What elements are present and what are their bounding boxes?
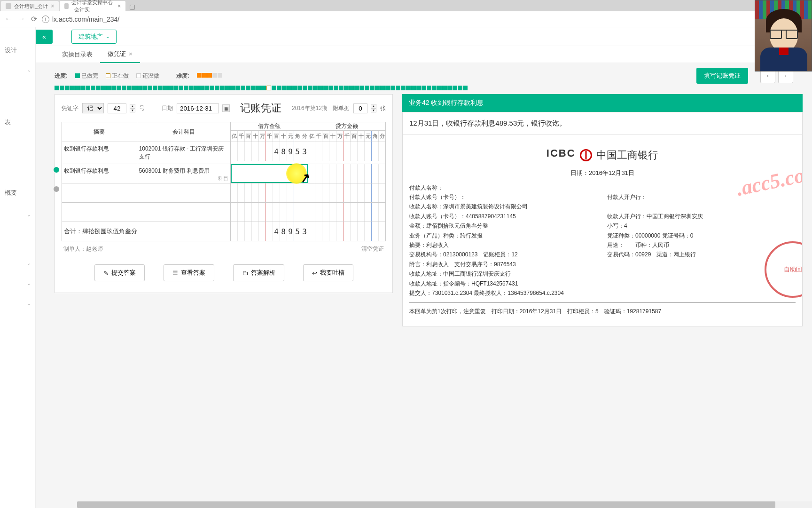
- progress-cell[interactable]: [251, 86, 256, 90]
- debit-cell[interactable]: [231, 203, 308, 222]
- sidebar-item[interactable]: ⌄: [0, 294, 35, 314]
- progress-cell[interactable]: [168, 86, 173, 90]
- progress-cell[interactable]: [60, 86, 64, 90]
- progress-cell[interactable]: [308, 86, 312, 90]
- credit-cell[interactable]: [308, 164, 386, 183]
- progress-cell[interactable]: [179, 86, 183, 90]
- submit-button[interactable]: ✎提交答案: [94, 264, 145, 281]
- close-icon[interactable]: ×: [117, 3, 121, 9]
- new-tab-button[interactable]: ▢: [125, 2, 139, 11]
- num-spinner[interactable]: ▲▼: [130, 104, 135, 112]
- progress-cell[interactable]: [447, 86, 452, 90]
- progress-cell[interactable]: [411, 86, 416, 90]
- sidebar-item[interactable]: ⌄: [0, 205, 35, 225]
- browser-tab-2[interactable]: 会计学堂实操中心_会计实 ×: [60, 1, 125, 11]
- progress-cell[interactable]: [215, 86, 219, 90]
- clear-voucher-link[interactable]: 清空凭证: [361, 245, 384, 253]
- sidebar-item[interactable]: ⌄: [0, 253, 35, 273]
- progress-cell[interactable]: [396, 86, 400, 90]
- voucher-type-select[interactable]: 记: [82, 103, 104, 113]
- progress-cell[interactable]: [401, 86, 406, 90]
- credit-cell[interactable]: [308, 142, 386, 164]
- progress-cell[interactable]: [91, 86, 95, 90]
- reload-icon[interactable]: ⟳: [31, 15, 37, 24]
- progress-cell[interactable]: [194, 86, 199, 90]
- progress-cell[interactable]: [432, 86, 437, 90]
- progress-cell[interactable]: [75, 86, 80, 90]
- account-cell[interactable]: 5603001 财务费用-利息费用科目: [137, 164, 231, 183]
- account-cell[interactable]: [137, 203, 231, 222]
- progress-cell[interactable]: [55, 86, 59, 90]
- progress-cell[interactable]: [303, 86, 307, 90]
- progress-cell[interactable]: [416, 86, 421, 90]
- progress-cell[interactable]: [163, 86, 168, 90]
- progress-cell[interactable]: [344, 86, 349, 90]
- progress-cell[interactable]: [292, 86, 297, 90]
- progress-cell[interactable]: [220, 86, 225, 90]
- browser-tab-1[interactable]: 会计培训_会计 ×: [1, 1, 59, 11]
- progress-cell[interactable]: [122, 86, 126, 90]
- credit-cell[interactable]: [308, 183, 386, 203]
- progress-cell[interactable]: [349, 86, 354, 90]
- sidebar-item[interactable]: ⌃: [0, 62, 35, 82]
- progress-cell[interactable]: [266, 86, 271, 90]
- credit-cell[interactable]: [308, 203, 386, 222]
- progress-cell[interactable]: [323, 86, 328, 90]
- progress-cell[interactable]: [80, 86, 85, 90]
- voucher-num-input[interactable]: [108, 103, 126, 113]
- progress-cell[interactable]: [463, 86, 468, 90]
- sidebar-item-overview[interactable]: 概要: [0, 181, 35, 205]
- progress-cell[interactable]: [365, 86, 369, 90]
- explain-button[interactable]: 🗀答案解析: [233, 264, 284, 281]
- sidebar-item[interactable]: ⌄: [0, 273, 35, 294]
- account-cell[interactable]: [137, 183, 231, 203]
- progress-cell[interactable]: [297, 86, 302, 90]
- progress-cell[interactable]: [339, 86, 344, 90]
- progress-cell[interactable]: [375, 86, 380, 90]
- progress-cell[interactable]: [173, 86, 178, 90]
- progress-cell[interactable]: [328, 86, 333, 90]
- progress-cell[interactable]: [318, 86, 323, 90]
- debit-cell[interactable]: [231, 183, 308, 203]
- progress-cell[interactable]: [246, 86, 250, 90]
- progress-cell[interactable]: [142, 86, 147, 90]
- horizontal-scrollbar[interactable]: [77, 501, 812, 508]
- attach-input[interactable]: [353, 103, 367, 113]
- close-icon[interactable]: ×: [51, 3, 54, 9]
- fill-voucher-button[interactable]: 填写记账凭证: [696, 68, 748, 84]
- summary-cell[interactable]: [62, 203, 137, 222]
- progress-cell[interactable]: [117, 86, 121, 90]
- progress-cell[interactable]: [153, 86, 157, 90]
- progress-cell[interactable]: [132, 86, 137, 90]
- tab-catalog[interactable]: 实操目录表: [55, 47, 100, 63]
- progress-cell[interactable]: [111, 86, 116, 90]
- progress-cell[interactable]: [287, 86, 292, 90]
- sidebar-item[interactable]: 表: [0, 111, 35, 134]
- progress-cell[interactable]: [334, 86, 338, 90]
- progress-cell[interactable]: [65, 86, 70, 90]
- forward-icon[interactable]: →: [18, 15, 25, 24]
- progress-cell[interactable]: [354, 86, 359, 90]
- calendar-icon[interactable]: ▦: [222, 104, 230, 112]
- summary-cell[interactable]: 收到银行存款利息: [62, 142, 137, 164]
- progress-cell[interactable]: [189, 86, 194, 90]
- url-area[interactable]: i lx.acc5.com/main_234/: [42, 16, 807, 23]
- progress-cell[interactable]: [406, 86, 411, 90]
- progress-cell[interactable]: [282, 86, 287, 90]
- summary-cell[interactable]: [62, 183, 137, 203]
- sidebar-item-design[interactable]: 设计: [0, 27, 35, 62]
- progress-cell[interactable]: [385, 86, 390, 90]
- view-answer-button[interactable]: ☰查看答案: [164, 264, 214, 281]
- progress-cell[interactable]: [370, 86, 375, 90]
- progress-cell[interactable]: [106, 86, 111, 90]
- progress-cell[interactable]: [390, 86, 395, 90]
- progress-cell[interactable]: [458, 86, 462, 90]
- progress-cell[interactable]: [96, 86, 101, 90]
- progress-cell[interactable]: [86, 86, 90, 90]
- collapse-sidebar-button[interactable]: «: [36, 30, 53, 44]
- summary-cell[interactable]: 收到银行存款利息: [62, 164, 137, 183]
- progress-cell[interactable]: [204, 86, 209, 90]
- progress-cell[interactable]: [210, 86, 214, 90]
- progress-cell[interactable]: [148, 86, 152, 90]
- progress-cell[interactable]: [158, 86, 163, 90]
